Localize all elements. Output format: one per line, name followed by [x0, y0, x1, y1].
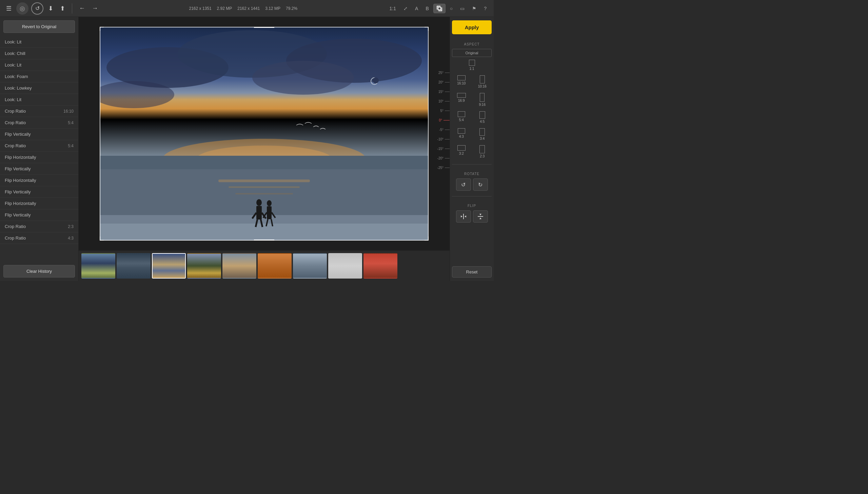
image-dimensions-1: 2162 x 1351 [189, 6, 212, 11]
history-item-badge: 2:3 [68, 224, 74, 229]
main-image [100, 27, 429, 241]
film-thumb-4[interactable] [222, 253, 256, 279]
download-button[interactable]: ⬇ [46, 3, 55, 14]
ruler-tick-line [445, 158, 450, 158]
aspect-grid-row4: 4:3 3:4 [452, 127, 492, 142]
left-panel: Revert to Original Look: LitLook: ChillL… [0, 17, 79, 281]
aspect-label-4x3: 4:3 [459, 135, 464, 138]
film-thumb-2[interactable] [152, 253, 186, 279]
ruler-tick: -5° [439, 125, 450, 134]
menu-button[interactable]: ☰ [4, 3, 14, 14]
svg-rect-18 [256, 206, 262, 220]
film-thumb-5[interactable] [258, 253, 292, 279]
aspect-grid-row5: 3:2 2:3 [452, 144, 492, 159]
thumb-image [329, 254, 361, 278]
ruler-tick-label: 0° [439, 118, 442, 122]
film-thumb-1[interactable] [117, 253, 151, 279]
flip-horizontal-button[interactable] [456, 210, 471, 223]
film-thumb-3[interactable] [187, 253, 221, 279]
history-item-14[interactable]: Flip Horizontally [0, 198, 78, 209]
aspect-3x2[interactable]: 3:2 [452, 144, 471, 159]
ruler-tick-label: -20° [437, 156, 443, 160]
history-item-12[interactable]: Flip Horizontally [0, 175, 78, 186]
revert-button[interactable]: Revert to Original [3, 20, 75, 33]
aspect-4x5[interactable]: 4:5 [473, 110, 492, 125]
film-thumb-7[interactable] [328, 253, 362, 279]
btn-help[interactable]: ? [481, 4, 490, 13]
ruler-tick-label: -25° [437, 166, 443, 170]
history-item-1[interactable]: Look: Chill [0, 48, 78, 59]
filmstrip [79, 250, 450, 281]
history-item-3[interactable]: Look: Foam [0, 71, 78, 82]
film-thumb-6[interactable] [293, 253, 327, 279]
ruler-tick: -20° [437, 153, 450, 163]
ruler-tick-label: 25° [438, 71, 443, 75]
divider-2 [452, 196, 492, 196]
reset-button[interactable]: Reset [452, 266, 492, 278]
btn-rect[interactable]: ▭ [457, 4, 468, 13]
tool-buttons: 1:1 ⤢ A B ○ ▭ ⚑ ? [387, 4, 490, 13]
aspect-2x3[interactable]: 2:3 [473, 144, 492, 159]
undo-button[interactable]: ← [77, 3, 87, 13]
main-layout: Revert to Original Look: LitLook: ChillL… [0, 17, 494, 281]
history-item-7[interactable]: Crop Ratio5:4 [0, 117, 78, 129]
film-thumb-0[interactable] [81, 253, 115, 279]
btn-fit[interactable]: ⤢ [400, 4, 411, 13]
history-item-11[interactable]: Flip Vertically [0, 163, 78, 175]
aspect-label: ASPECT [452, 42, 492, 46]
btn-1to1[interactable]: 1:1 [387, 4, 399, 13]
history-item-label: Look: Lit [5, 62, 21, 68]
history-item-0[interactable]: Look: Lit [0, 36, 78, 48]
history-item-9[interactable]: Crop Ratio5:4 [0, 140, 78, 152]
btn-a[interactable]: A [412, 4, 421, 13]
aspect-label-1x1: 1:1 [470, 67, 474, 71]
history-item-6[interactable]: Crop Ratio16:10 [0, 106, 78, 117]
center-area: 25°20°15°10°5°0°-5°-10°-15°-20°-25° [79, 17, 450, 281]
ruler-tick-line [445, 111, 450, 111]
ruler-tick-line [445, 82, 450, 82]
aspect-label-3x4: 3:4 [480, 137, 485, 140]
aspect-5x4[interactable]: 5:4 [452, 110, 471, 125]
apply-button[interactable]: Apply [452, 20, 492, 34]
aspect-1x1[interactable]: 1:1 [468, 58, 476, 72]
clear-history-button[interactable]: Clear History [3, 265, 75, 278]
flip-vertical-button[interactable] [473, 210, 488, 223]
history-item-15[interactable]: Flip Vertically [0, 209, 78, 221]
rotate-cw-button[interactable]: ↻ [473, 178, 488, 191]
thumb-image [294, 254, 326, 278]
btn-flag[interactable]: ⚑ [469, 4, 479, 13]
share-button[interactable]: ⬆ [58, 3, 67, 14]
history-item-13[interactable]: Flip Vertically [0, 186, 78, 198]
ruler-tick-label: -15° [437, 147, 443, 151]
history-item-2[interactable]: Look: Lit [0, 59, 78, 71]
aspect-4x3[interactable]: 4:3 [452, 127, 471, 142]
history-item-16[interactable]: Crop Ratio2:3 [0, 221, 78, 232]
aspect-icon-4x5 [479, 111, 485, 119]
redo-button[interactable]: → [90, 3, 100, 13]
history-item-badge: 4:3 [68, 236, 74, 241]
aspect-16x10[interactable]: 16:10 [452, 74, 471, 90]
history-item-10[interactable]: Flip Horizontally [0, 152, 78, 163]
history-item-17[interactable]: Crop Ratio4:3 [0, 232, 78, 244]
ruler-tick: -10° [437, 134, 450, 144]
megapixels-1: 2.92 MP [217, 6, 232, 11]
rotate-ccw-button[interactable]: ↺ [456, 178, 471, 191]
ruler-tick-label: 10° [438, 99, 443, 103]
btn-crop[interactable] [433, 4, 446, 13]
history-item-badge: 16:10 [63, 109, 74, 114]
btn-b[interactable]: B [422, 4, 432, 13]
aspect-10x16[interactable]: 10:16 [473, 74, 492, 90]
canvas-area[interactable]: 25°20°15°10°5°0°-5°-10°-15°-20°-25° [79, 17, 450, 250]
history-item-label: Crop Ratio [5, 143, 26, 148]
history-item-5[interactable]: Look: Lit [0, 94, 78, 106]
aspect-16x9[interactable]: 16:9 [452, 92, 471, 108]
original-aspect-button[interactable]: Original [452, 49, 492, 57]
aspect-3x4[interactable]: 3:4 [473, 127, 492, 142]
svg-rect-0 [438, 7, 441, 10]
btn-circle[interactable]: ○ [447, 4, 456, 13]
aspect-9x16[interactable]: 9:16 [473, 92, 492, 108]
history-item-4[interactable]: Look: Lowkey [0, 82, 78, 94]
film-thumb-8[interactable] [363, 253, 397, 279]
svg-rect-13 [229, 186, 300, 188]
history-item-8[interactable]: Flip Vertically [0, 129, 78, 140]
